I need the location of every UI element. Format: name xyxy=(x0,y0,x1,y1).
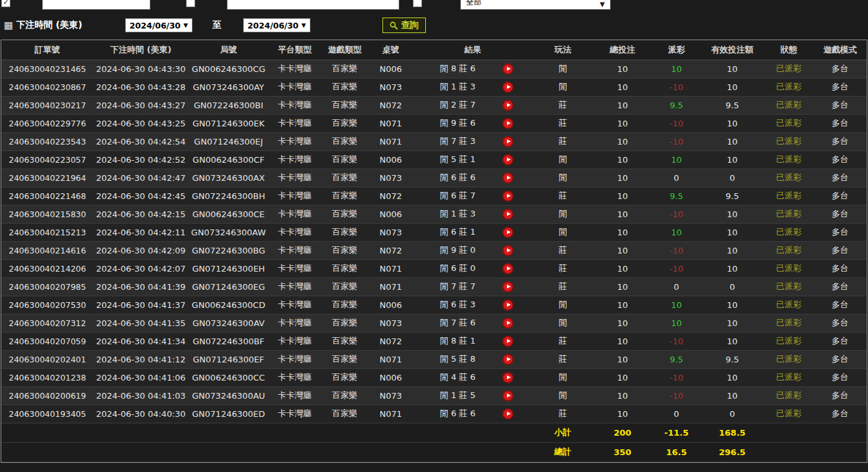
platform-cell: 卡卡灣廳 xyxy=(269,96,321,114)
result-text: 閒 6 莊 7 xyxy=(413,190,502,202)
result-cell: 閒 6 莊 6 xyxy=(413,169,533,187)
mode-cell: 多台 xyxy=(814,386,867,405)
play-video-button[interactable] xyxy=(502,100,513,111)
play-icon xyxy=(507,139,511,143)
valid-bet-cell: 10 xyxy=(701,223,764,241)
table-row: 240630040230217 2024-06-30 04:43:27 GN07… xyxy=(1,96,867,114)
play-video-button[interactable] xyxy=(502,172,513,183)
table-row: 240630040202401 2024-06-30 04:41:12 GN07… xyxy=(1,350,867,368)
play-video-button[interactable] xyxy=(502,82,513,93)
table-no-cell: N006 xyxy=(369,368,413,386)
game-type-cell: 百家樂 xyxy=(321,187,369,205)
order-cell: 240630040207059 xyxy=(1,332,93,350)
result-cell: 閒 7 莊 3 xyxy=(413,132,533,150)
status-cell: 已派彩 xyxy=(764,223,814,241)
play-video-button[interactable] xyxy=(502,281,513,292)
platform-cell: 卡卡灣廳 xyxy=(269,314,321,332)
wager-cell: 閒 xyxy=(533,296,592,314)
play-video-button[interactable] xyxy=(502,390,513,401)
play-video-button[interactable] xyxy=(502,318,513,329)
time-cell: 2024-06-30 04:41:34 xyxy=(93,332,188,350)
play-video-button[interactable] xyxy=(502,336,513,347)
date-from-select[interactable]: 2024/06/30 ▼ xyxy=(125,18,193,32)
table-row: 240630040215213 2024-06-30 04:42:11 GN07… xyxy=(1,223,867,241)
play-video-button[interactable] xyxy=(502,354,513,365)
result-text: 閒 7 莊 6 xyxy=(413,317,502,329)
column-header: 狀態 xyxy=(764,40,814,60)
wager-cell: 莊 xyxy=(533,114,592,132)
table-row: 240630040207312 2024-06-30 04:41:35 GN07… xyxy=(1,314,867,332)
play-video-button[interactable] xyxy=(502,300,513,311)
filter-input-1[interactable] xyxy=(42,0,150,10)
column-header: 派彩 xyxy=(652,40,700,60)
play-video-button[interactable] xyxy=(502,64,513,75)
column-header: 遊戲模式 xyxy=(814,40,867,60)
table-row: 240630040200619 2024-06-30 04:41:03 GN07… xyxy=(1,386,867,405)
filter-input-2[interactable] xyxy=(227,0,399,10)
play-video-button[interactable] xyxy=(502,118,513,129)
total-total-bet: 350 xyxy=(592,442,652,462)
total-bet-cell: 10 xyxy=(592,96,652,114)
result-text: 閒 6 莊 3 xyxy=(413,299,502,311)
date-to-select[interactable]: 2024/06/30 ▼ xyxy=(243,18,311,32)
payout-cell: 9.5 xyxy=(652,96,700,114)
result-text: 閒 5 莊 8 xyxy=(413,353,502,365)
mode-cell: 多台 xyxy=(814,350,867,368)
table-row: 240630040201238 2024-06-30 04:41:06 GN00… xyxy=(1,368,867,386)
play-icon xyxy=(507,266,511,270)
column-header: 平台類型 xyxy=(269,40,321,60)
valid-bet-cell: 10 xyxy=(701,241,764,259)
play-video-button[interactable] xyxy=(502,191,513,202)
platform-cell: 卡卡灣廳 xyxy=(269,350,321,368)
result-text: 閒 6 莊 6 xyxy=(413,408,502,419)
payout-cell: -10 xyxy=(652,241,700,259)
play-video-button[interactable] xyxy=(502,209,513,220)
table-no-cell: N072 xyxy=(369,332,413,350)
play-video-button[interactable] xyxy=(502,372,513,383)
valid-bet-cell: 10 xyxy=(701,386,764,405)
table-row: 240630040207530 2024-06-30 04:41:37 GN00… xyxy=(1,296,867,314)
game-type-cell: 百家樂 xyxy=(321,78,369,96)
wager-cell: 莊 xyxy=(533,241,592,259)
chevron-down-icon: ▼ xyxy=(600,1,605,8)
column-header: 訂單號 xyxy=(1,40,93,60)
filter-checkbox-3[interactable] xyxy=(413,0,422,7)
table-no-cell: N071 xyxy=(369,114,413,132)
payout-cell: -10 xyxy=(652,368,700,386)
order-cell: 240630040221468 xyxy=(1,187,93,205)
play-icon xyxy=(507,412,511,416)
search-button[interactable]: 查詢 xyxy=(382,18,426,33)
filter-checkbox-1[interactable]: ✓ xyxy=(1,0,10,7)
play-video-button[interactable] xyxy=(502,227,513,238)
total-row: 總計 350 16.5 296.5 xyxy=(1,442,867,462)
table-row: 240630040193405 2024-06-30 04:40:30 GN07… xyxy=(1,405,867,423)
play-icon xyxy=(507,321,511,325)
mode-cell: 多台 xyxy=(814,223,867,241)
play-video-button[interactable] xyxy=(502,245,513,256)
column-header: 遊戲類型 xyxy=(321,40,369,60)
round-cell: GN071246300ED xyxy=(188,405,268,423)
status-cell: 已派彩 xyxy=(764,350,814,368)
play-video-button[interactable] xyxy=(502,136,513,147)
calendar-icon: ▦ xyxy=(4,21,13,30)
mode-cell: 多台 xyxy=(814,96,867,114)
table-no-cell: N071 xyxy=(369,132,413,150)
play-video-button[interactable] xyxy=(502,263,513,274)
valid-bet-cell: 10 xyxy=(701,296,764,314)
play-video-button[interactable] xyxy=(502,154,513,165)
time-cell: 2024-06-30 04:43:27 xyxy=(93,96,188,114)
result-cell: 閒 1 莊 5 xyxy=(413,386,533,405)
play-icon xyxy=(507,194,511,198)
filter-checkbox-2[interactable] xyxy=(186,0,195,7)
subtotal-label: 小計 xyxy=(533,423,592,442)
wager-cell: 閒 xyxy=(533,60,592,78)
result-text: 閒 8 莊 1 xyxy=(413,335,502,347)
order-cell: 240630040214206 xyxy=(1,259,93,277)
play-video-button[interactable] xyxy=(502,408,513,419)
status-cell: 已派彩 xyxy=(764,332,814,350)
game-type-cell: 百家樂 xyxy=(321,277,369,296)
total-bet-cell: 10 xyxy=(592,259,652,277)
valid-bet-cell: 0 xyxy=(701,277,764,296)
status-filter-select[interactable]: 全部 ▼ xyxy=(460,0,611,10)
order-cell: 240630040207530 xyxy=(1,296,93,314)
